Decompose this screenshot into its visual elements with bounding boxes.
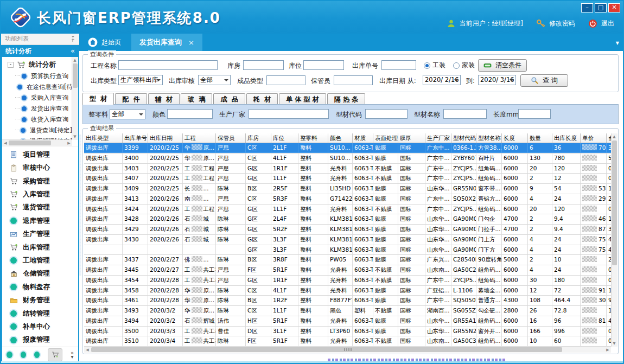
column-header[interactable]: 出库长度 <box>552 133 581 143</box>
order-no-input[interactable] <box>381 60 416 70</box>
tab-active[interactable]: 发货出库查询 × <box>131 34 202 51</box>
column-header[interactable]: 型材名称 <box>476 133 502 143</box>
material-tab-4[interactable]: 玻 璃 <box>181 93 212 105</box>
profile-name-input[interactable] <box>443 109 487 119</box>
date-from-picker[interactable]: 2020/ 2/16 <box>423 75 461 85</box>
sidebar-item-入库管理[interactable]: 入库管理 <box>2 188 78 201</box>
table-row[interactable]: 调拨出库34542020/2/28工共工程严思G区1R1F整料光身料6063-T… <box>84 276 611 286</box>
tree-item[interactable]: 在途信息查询[待 <box>2 81 72 92</box>
table-row[interactable]: 调拨出库35002020/3/3工共工程曹佳D区3L1F整料LT3P606063… <box>84 327 611 337</box>
maximize-button[interactable]: □ <box>595 3 607 12</box>
tree-expander-icon[interactable]: - <box>8 62 14 68</box>
tab-close-icon[interactable]: × <box>188 39 194 47</box>
sidebar-item-结转管理[interactable]: 结转管理 <box>2 307 78 320</box>
tree-root-item[interactable]: - 统计分析 <box>2 59 72 71</box>
outbound-type-select[interactable]: 生产领料出库 <box>118 75 163 85</box>
radio-jiazhuang[interactable]: 家装 <box>453 61 475 70</box>
splitter-handle[interactable] <box>79 135 81 276</box>
column-header[interactable]: 材质 <box>353 133 373 143</box>
sidebar-item-物料盘存[interactable]: 物料盘存 <box>2 280 78 293</box>
tab-home[interactable]: 起始页 <box>82 34 126 51</box>
table-row[interactable]: 调拨出库34002020/2/25华原...严思C区4L1F整料SU10...6… <box>84 154 611 164</box>
table-vertical-scrollbar[interactable]: ▲ ▼ <box>611 133 617 347</box>
dot-icon[interactable] <box>21 352 26 358</box>
sidebar-item-补单中心[interactable]: 补单中心 <box>2 320 78 333</box>
material-tab-2[interactable]: 配 件 <box>115 93 147 105</box>
sidebar-item-生产管理[interactable]: 生产管理 <box>2 227 78 240</box>
table-row[interactable]: 调拨出库34932020/3/2华原...陈琳C区1L1F整料黑色塑料不贴膜国标… <box>84 306 611 316</box>
tree-item[interactable]: 采购入库查询 <box>2 92 72 103</box>
column-header[interactable]: 表面处理 <box>373 133 398 143</box>
table-row[interactable]: 调拨出库34612020/2/28华原...陈琳B区1R2F整料F8877FT6… <box>84 296 611 306</box>
table-row[interactable]: 调拨出库34372020/2/27佛...陈琳B区3R8F整料PW056063-… <box>84 255 611 265</box>
table-row[interactable]: 调拨出库34582020/2/28华原...陈琳C区4L1F整料光身料6063-… <box>84 286 611 296</box>
column-header[interactable]: 工程 <box>183 133 216 143</box>
sidebar-item-仓储管理[interactable]: 仓储管理 <box>2 267 78 280</box>
audit-select[interactable]: 全部 <box>198 75 231 85</box>
product-type-input[interactable] <box>266 75 305 85</box>
warehouse-input[interactable] <box>243 60 284 70</box>
column-header[interactable]: 膜厚 <box>398 133 425 143</box>
dot-icon[interactable] <box>34 352 40 358</box>
color-input[interactable] <box>167 109 213 119</box>
sidebar-item-报废管理[interactable]: 报废管理 <box>2 334 78 347</box>
sidebar-item-财务管理[interactable]: 财务管理 <box>2 293 78 306</box>
column-header[interactable]: 出库单号 <box>123 133 148 143</box>
length-input[interactable] <box>518 109 551 119</box>
sidebar-item-出库管理[interactable]: 出库管理 <box>2 241 78 254</box>
material-tab-6[interactable]: 耗 材 <box>246 93 278 105</box>
table-row[interactable]: 调拨出库34292020/2/26石城陈琳G区5R2F整料KLM38176063… <box>84 225 611 235</box>
tab-list-chevron-icon[interactable]: ▼ <box>616 41 619 46</box>
search-button[interactable]: 查 询 <box>520 74 568 87</box>
table-row[interactable]: G区3L3F整料KLM38176063-T5贴膜国标山东华...GA90M09.… <box>84 245 611 256</box>
table-row[interactable]: 调拨出库34282020/2/26石城陈琳G区2L4F整料KLM38176063… <box>84 214 611 225</box>
column-header[interactable]: 整零料 <box>298 133 328 143</box>
tree-item[interactable]: 退货查询[待定] <box>2 125 72 136</box>
column-header[interactable]: 保管员 <box>216 133 246 143</box>
column-header[interactable]: 长度 <box>502 133 528 143</box>
column-header[interactable]: 颜色 <box>328 133 353 143</box>
sidebar-item-退货管理[interactable]: 退货管理 <box>2 201 78 214</box>
sidebar-item-项目管理[interactable]: 项目管理 <box>2 148 78 161</box>
sidebar-item-采购管理[interactable]: 采购管理 <box>2 175 78 188</box>
column-header[interactable]: 数量 <box>528 133 552 143</box>
tree-horizontal-scrollbar[interactable]: ◀ ▶ <box>2 139 72 146</box>
radio-gongzhuang[interactable]: 工装 <box>424 61 445 70</box>
location-input[interactable] <box>303 60 344 70</box>
tree-vertical-scrollbar[interactable]: ▲ ▼ <box>72 57 78 140</box>
column-header[interactable]: 单价 <box>581 133 607 143</box>
material-tab-3[interactable]: 辅 材 <box>148 93 180 105</box>
project-name-input[interactable] <box>118 60 218 70</box>
overflow-chevron-icon[interactable]: »▾ <box>71 351 74 359</box>
column-header[interactable]: 型材代码 <box>451 133 476 143</box>
table-row[interactable]: 调拨出库34302020/2/26石城陈琳G区3L3F整料KLM38176063… <box>84 235 611 245</box>
sidebar-item-审核中心[interactable]: 审核中心 <box>2 161 78 174</box>
material-tab-1[interactable]: 型 材 <box>82 93 114 105</box>
logout-link[interactable]: 退出 <box>601 19 614 28</box>
whole-part-select[interactable]: 全部 <box>110 109 145 119</box>
keeper-input[interactable] <box>334 75 373 85</box>
profile-code-input[interactable] <box>365 109 407 119</box>
column-header[interactable]: 出库类型 <box>84 133 123 143</box>
tree-item[interactable]: 收货入库查询 <box>2 114 72 125</box>
table-row[interactable]: 调拨出库33992020/2/25华原...严思C区2L1F整料SU10...6… <box>84 143 611 154</box>
table-row[interactable]: 调拨出库35102020/3/4工共工程陈琳F区5R1F整料光身料6063-T5… <box>84 336 611 347</box>
column-header[interactable]: 库房 <box>246 133 271 143</box>
material-tab-8[interactable]: 隔 热 条 <box>327 93 365 105</box>
pin-icon[interactable] <box>70 36 76 42</box>
dot-icon[interactable] <box>7 352 12 358</box>
close-button[interactable]: ✕ <box>608 3 620 12</box>
change-password-link[interactable]: 修改密码 <box>549 19 575 28</box>
column-header[interactable]: 库位 <box>271 133 298 143</box>
column-header[interactable]: 金 <box>607 133 611 143</box>
sidebar-section-header[interactable]: 统计分析 « <box>1 45 79 57</box>
manufacturer-input[interactable] <box>249 109 329 119</box>
table-row[interactable]: 调拨出库34132020/2/26南...严思C区5R3F整料G71422606… <box>84 194 611 205</box>
material-tab-5[interactable]: 成 品 <box>213 93 245 105</box>
clear-conditions-button[interactable]: 清空条件 <box>478 59 527 72</box>
column-header[interactable]: 出库日期 <box>148 133 183 143</box>
table-row[interactable]: 调拨出库34452020/2/27工共工程严思F区5R1F整料光身料6063-T… <box>84 265 611 276</box>
material-tab-7[interactable]: 单 体 型 材 <box>279 93 326 105</box>
cart-toolbar-button[interactable] <box>48 348 62 361</box>
date-to-picker[interactable]: 2020/ 3/16 <box>478 75 516 85</box>
